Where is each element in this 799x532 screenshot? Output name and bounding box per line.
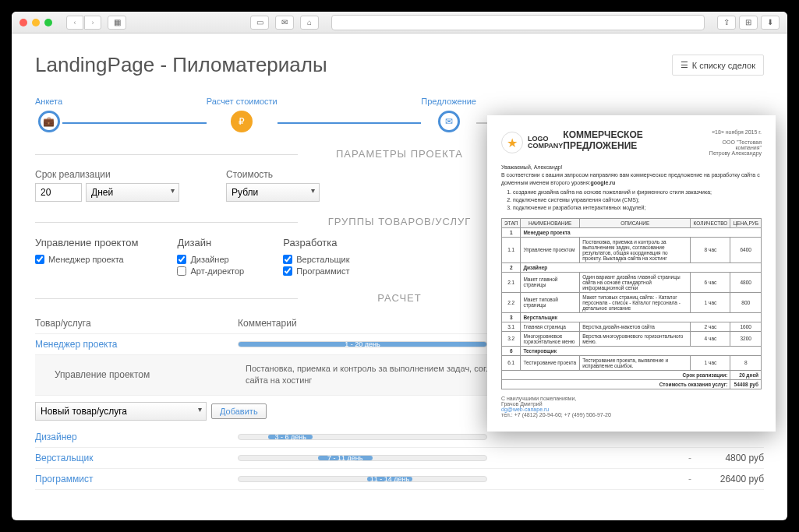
url-bar[interactable] [331,15,705,30]
checkbox-item[interactable]: Верстальщик [283,255,349,264]
checkbox-item[interactable]: Арт-директор [177,266,244,276]
checkbox-item[interactable]: Дизайнер [177,255,244,264]
doc-company: ООО "Тестовая компания" [702,139,762,150]
doc-greeting: Уважаемый, Александр! [501,164,762,171]
reader-icon[interactable]: ▭ [250,16,269,30]
step-2[interactable]: ₽ [231,111,253,132]
calc-item: Программист [35,474,238,484]
minimize-icon[interactable] [32,19,40,26]
add-button[interactable]: Добавить [211,403,267,419]
doc-person: Петрову Александру [702,150,762,156]
doc-title: КОММЕРЧЕСКОЕ ПРЕДЛОЖЕНИЕ [563,129,702,151]
doc-email[interactable]: dg@web-canape.ru [501,407,549,412]
list-icon: ☰ [681,60,688,70]
download-icon[interactable]: ⬇ [761,16,780,30]
checkbox-item[interactable]: Менеджер проекта [35,255,138,264]
mail-icon[interactable]: ✉ [275,16,294,30]
range-slider[interactable]: 3 - 6 день [238,434,487,440]
price: 26400 руб [702,474,764,484]
range-slider[interactable]: 11 - 14 день [238,476,487,482]
calc-item: Менеджер проекта [35,339,238,350]
col-item: Товар/услуга [35,318,238,329]
step-3[interactable]: ✉ [438,111,460,132]
step-label: Предложение [421,97,476,106]
duration-input[interactable] [35,183,82,202]
checkbox-item[interactable]: Программист [283,266,349,276]
star-icon: ★ [501,132,523,153]
group-title: Разработка [283,237,349,248]
duration-label: Срок реализации [35,169,179,180]
currency-select[interactable]: Рубли [226,183,320,202]
range-slider[interactable]: 7 - 11 день [238,455,487,461]
tabs-icon[interactable]: ⊞ [739,16,758,30]
group-title: Управление проектом [35,237,138,248]
forward-button[interactable]: › [84,16,101,30]
step-label: Расчет стоимости [207,97,278,106]
step-label: Анкета [35,97,62,106]
share-icon[interactable]: ⇪ [717,16,736,30]
calc-subitem: Управление проектом [43,369,246,380]
window-controls [19,19,52,26]
deals-list-button[interactable]: ☰К списку сделок [672,55,764,76]
doc-date: «18» ноября 2015 г. [702,129,762,135]
page-title: LandingPage - Пиломатериалы [35,53,327,77]
cost-label: Стоимость [226,169,320,180]
duration-unit-select[interactable]: Дней [86,183,179,202]
doc-logo: ★ LOGOCOMPANY [501,129,563,156]
calc-item: Верстальщик [35,453,238,463]
price: 4800 руб [702,453,764,463]
range-slider[interactable]: 1 - 20 день [238,341,487,347]
sidebar-icon[interactable]: ▦ [108,16,126,30]
home-icon[interactable]: ⌂ [300,16,319,30]
maximize-icon[interactable] [44,19,52,26]
calc-item: Дизайнер [35,432,238,442]
back-button[interactable]: ‹ [66,16,83,30]
titlebar: ‹ › ▦ ▭ ✉ ⌂ ⇪ ⊞ ⬇ [12,12,787,33]
page-content: LandingPage - Пиломатериалы ☰К списку сд… [12,33,787,520]
step-1[interactable]: 💼 [38,111,60,132]
doc-table: ЭТАПНАИМЕНОВАНИЕОПИСАНИЕКОЛИЧЕСТВОЦЕНА,Р… [501,218,762,389]
new-item-select[interactable]: Новый товар/услуга [35,402,207,421]
proposal-document: ★ LOGOCOMPANY КОММЕРЧЕСКОЕ ПРЕДЛОЖЕНИЕ «… [487,115,776,432]
group-title: Дизайн [177,237,244,248]
close-icon[interactable] [19,19,27,26]
browser-window: ‹ › ▦ ▭ ✉ ⌂ ⇪ ⊞ ⬇ LandingPage - Пиломате… [12,12,787,520]
